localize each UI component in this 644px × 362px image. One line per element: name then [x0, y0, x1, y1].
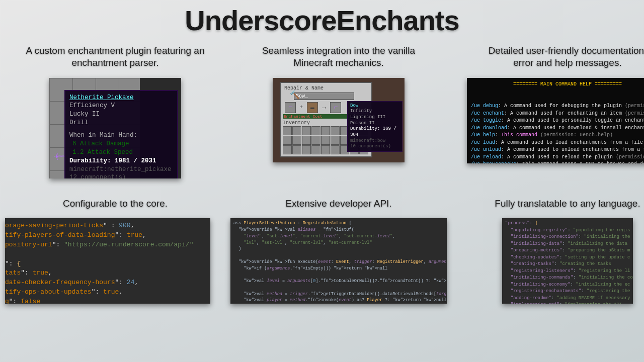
anvil-slot[interactable]: ⌐: [285, 102, 296, 113]
anvil-result-slot[interactable]: ⌐: [330, 102, 341, 113]
arrow-icon: →: [322, 104, 326, 112]
feature-cell-help: Detailed user-friendly documentation, er…: [467, 45, 644, 178]
feature-cell-anvil: Seamless integration into the vanilla Mi…: [230, 45, 447, 178]
anvil-slot[interactable]: ▬: [307, 102, 318, 113]
anvil-panel: 🔨 Repair & Name Bow_ ⌐ + ▬ → ⌐ Enchantme…: [273, 78, 405, 162]
lang-code: "process": { "populating-registry": "pop…: [502, 218, 633, 304]
bow-tooltip: Bow Infinity Lightning III Poison II Dur…: [347, 101, 403, 152]
config-code: orage-saving-period-ticks" : 900, tify-p…: [5, 218, 210, 304]
feature-caption: Fully translatable to any language.: [495, 198, 640, 210]
feature-cell-lang: Fully translatable to any language. "pro…: [467, 189, 644, 304]
help-terminal: ======== MAIN COMMAND HELP ========= /ue…: [467, 78, 644, 163]
anvil-name-input[interactable]: Bow_: [294, 93, 354, 100]
item-name: Netherite Pickaxe: [69, 94, 173, 102]
feature-cell-parser: A custom enchantment plugin featuring an…: [20, 45, 210, 178]
feature-cell-api: Extensive developer API. ass PlayerSetLe…: [230, 189, 447, 304]
feature-caption: Configurable to the core.: [63, 198, 168, 210]
tooltip-panel: ⛏ Netherite Pickaxe Efficiency V Lucky I…: [49, 78, 181, 178]
page-title: UnderscoreEnchants: [0, 0, 644, 37]
feature-grid: A custom enchantment plugin featuring an…: [0, 37, 644, 304]
feature-cell-config: Configurable to the core. orage-saving-p…: [20, 189, 210, 304]
feature-caption: Seamless integration into the vanilla Mi…: [248, 45, 429, 69]
api-code: ass PlayerSetLevelAction : RegistrableAc…: [230, 218, 447, 304]
item-tooltip: Netherite Pickaxe Efficiency V Lucky II …: [64, 90, 178, 178]
feature-caption: A custom enchantment plugin featuring an…: [25, 45, 206, 69]
feature-caption: Detailed user-friendly documentation, er…: [477, 45, 644, 69]
feature-caption: Extensive developer API.: [285, 198, 391, 210]
anvil-icon: 🔨: [290, 90, 300, 100]
